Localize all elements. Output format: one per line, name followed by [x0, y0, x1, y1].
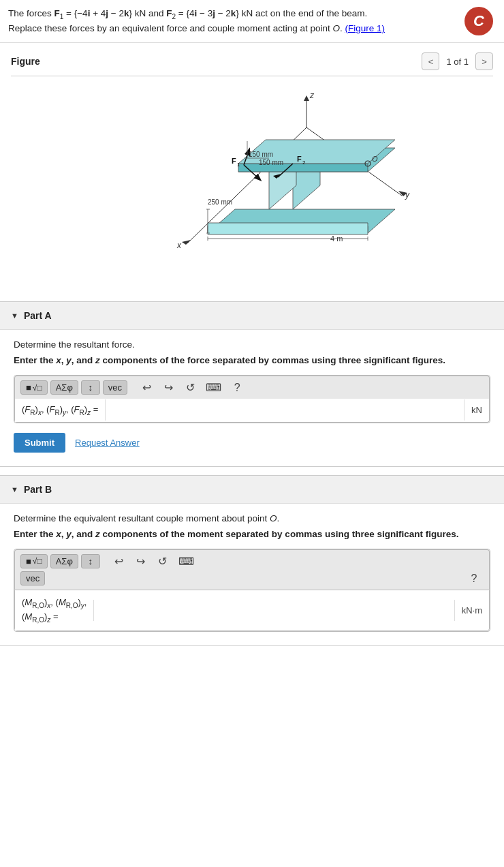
- part-b-sigma-btn[interactable]: AΣφ: [50, 554, 78, 568]
- part-b-title: Part B: [24, 484, 52, 495]
- part-b-refresh-btn[interactable]: ↺: [153, 553, 172, 569]
- part-a-section: ▼ Part A Determine the resultant force. …: [0, 301, 504, 467]
- part-b-vec-btn[interactable]: vec: [20, 571, 45, 585]
- part-b-toolbar: ■√□ AΣφ ↕ ↩ ↪ ↺: [14, 549, 490, 590]
- header-line2: Replace these forces by an equivalent fo…: [8, 22, 458, 35]
- part-a-redo-btn[interactable]: ↪: [159, 380, 178, 395]
- svg-marker-7: [182, 240, 191, 245]
- part-a-content: Determine the resultant force. Enter the…: [0, 329, 504, 466]
- figure-next-button[interactable]: >: [475, 52, 493, 70]
- part-a-instruction: Enter the x, y, and z components of the …: [14, 355, 490, 365]
- svg-text:x: x: [176, 241, 182, 250]
- part-b-redo-btn[interactable]: ↪: [131, 553, 151, 569]
- part-a-sqrt-btn[interactable]: ■√□: [20, 380, 48, 395]
- part-a-sort-btn[interactable]: ↕: [81, 380, 100, 395]
- figure-link[interactable]: (Figure 1): [345, 23, 385, 33]
- part-b-input-field[interactable]: [93, 600, 454, 621]
- figure-prev-button[interactable]: <: [422, 52, 439, 70]
- part-a-vec-btn[interactable]: vec: [103, 380, 127, 395]
- part-a-submit-row: Submit Request Answer: [14, 433, 490, 453]
- part-a-unit: kN: [464, 399, 489, 421]
- figure-image-area: z y x: [11, 76, 493, 301]
- part-b-arrow: ▼: [11, 485, 18, 493]
- part-a-arrow: ▼: [11, 311, 18, 320]
- part-b-keyboard-btn[interactable]: ⌨: [175, 553, 198, 569]
- part-b-unit: kN·m: [454, 600, 489, 621]
- part-a-sigma-btn[interactable]: AΣφ: [50, 380, 78, 395]
- part-b-help-btn[interactable]: ?: [464, 571, 484, 586]
- part-a-description: Determine the resultant force.: [14, 339, 490, 350]
- svg-marker-16: [208, 223, 368, 234]
- svg-text:z: z: [309, 91, 315, 100]
- figure-count: 1 of 1: [443, 57, 471, 67]
- part-a-toolbar: ■√□ AΣφ ↕ vec ↩ ↪ ↺: [14, 376, 490, 399]
- part-b-input-box: ■√□ AΣφ ↕ ↩ ↪ ↺: [14, 549, 490, 632]
- part-b-section: ▼ Part B Determine the equivalent result…: [0, 475, 504, 646]
- part-a-header[interactable]: ▼ Part A: [0, 302, 504, 329]
- part-b-description: Determine the equivalent resultant coupl…: [14, 513, 490, 523]
- part-b-header[interactable]: ▼ Part B: [0, 476, 504, 503]
- svg-text:2: 2: [302, 159, 306, 166]
- part-a-keyboard-btn[interactable]: ⌨: [202, 380, 225, 395]
- beam-figure-svg: z y x: [75, 90, 429, 281]
- part-b-toolbar-row2: vec ?: [20, 571, 484, 588]
- part-a-help-btn[interactable]: ?: [227, 380, 247, 395]
- svg-text:y: y: [405, 190, 410, 200]
- part-b-sqrt-btn[interactable]: ■√□: [20, 554, 48, 568]
- part-b-sort-btn[interactable]: ↕: [81, 554, 100, 568]
- part-b-content: Determine the equivalent resultant coupl…: [0, 503, 504, 645]
- svg-text:150 mm: 150 mm: [259, 159, 283, 166]
- part-b-toolbar-row1: ■√□ AΣφ ↕ ↩ ↪ ↺: [20, 553, 484, 569]
- app-logo: C: [464, 7, 493, 35]
- header: The forces F1 = {−4i + 4j − 2k} kN and F…: [0, 0, 504, 43]
- part-b-undo-btn[interactable]: ↩: [110, 553, 129, 569]
- part-a-title: Part A: [24, 310, 52, 321]
- part-a-input-field[interactable]: [105, 399, 464, 421]
- svg-text:250 mm: 250 mm: [208, 198, 232, 206]
- header-line1: The forces F1 = {−4i + 4j − 2k} kN and F…: [8, 7, 458, 22]
- part-a-request-answer-link[interactable]: Request Answer: [75, 438, 140, 448]
- figure-title: Figure: [11, 56, 40, 67]
- part-a-refresh-btn[interactable]: ↺: [180, 380, 200, 395]
- part-a-submit-button[interactable]: Submit: [14, 433, 65, 453]
- part-b-instruction: Enter the x, y, and z components of the …: [14, 529, 490, 539]
- svg-text:O: O: [372, 155, 378, 163]
- svg-text:150 mm: 150 mm: [249, 151, 273, 158]
- svg-text:F: F: [232, 157, 236, 165]
- part-b-input-label: (MR,O)x, (MR,O)y, (MR,O)z =: [15, 590, 93, 630]
- part-b-input-row: (MR,O)x, (MR,O)y, (MR,O)z = kN·m: [14, 590, 490, 631]
- header-text: The forces F1 = {−4i + 4j − 2k} kN and F…: [8, 7, 464, 35]
- svg-text:F: F: [297, 155, 302, 163]
- figure-nav: < 1 of 1 >: [422, 52, 493, 70]
- svg-text:1: 1: [237, 162, 240, 168]
- part-a-undo-btn[interactable]: ↩: [137, 380, 156, 395]
- svg-marker-1: [304, 95, 309, 101]
- part-a-input-label: (FR)x, (FR)y, (FR)z =: [15, 399, 105, 422]
- part-a-input-box: ■√□ AΣφ ↕ vec ↩ ↪ ↺: [14, 375, 490, 423]
- figure-header: Figure < 1 of 1 >: [11, 43, 493, 76]
- part-a-input-row: (FR)x, (FR)y, (FR)z = kN: [14, 399, 490, 423]
- figure-section: Figure < 1 of 1 > z y x: [0, 43, 504, 301]
